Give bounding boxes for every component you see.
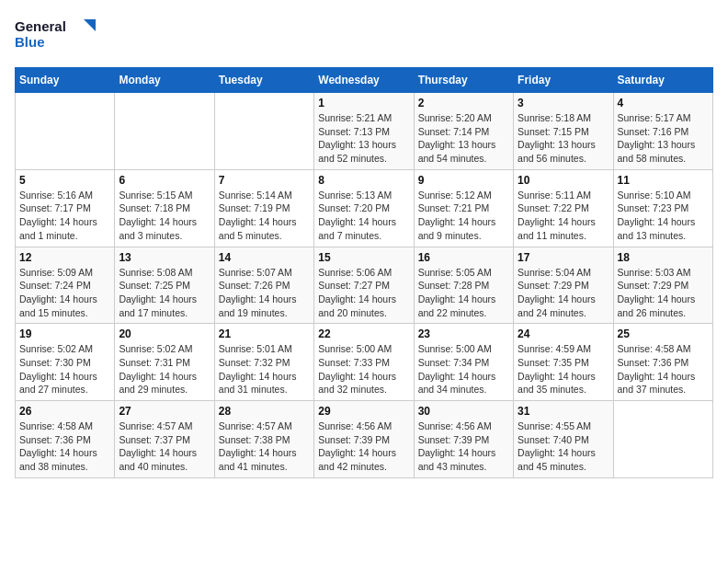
calendar-cell: 30Sunrise: 4:56 AMSunset: 7:39 PMDayligh… <box>414 401 513 478</box>
weekday-header-friday: Friday <box>514 68 613 93</box>
day-info: Sunrise: 5:05 AMSunset: 7:28 PMDaylight:… <box>418 266 509 320</box>
calendar-cell: 12Sunrise: 5:09 AMSunset: 7:24 PMDayligh… <box>16 247 115 324</box>
day-info: Sunrise: 5:01 AMSunset: 7:32 PMDaylight:… <box>219 342 310 396</box>
day-info: Sunrise: 5:14 AMSunset: 7:19 PMDaylight:… <box>219 189 310 243</box>
calendar-cell: 7Sunrise: 5:14 AMSunset: 7:19 PMDaylight… <box>214 169 313 247</box>
day-info: Sunrise: 5:00 AMSunset: 7:33 PMDaylight:… <box>318 342 409 396</box>
day-number: 24 <box>518 327 609 340</box>
day-number: 16 <box>418 251 509 264</box>
day-number: 30 <box>418 405 509 418</box>
day-info: Sunrise: 5:06 AMSunset: 7:27 PMDaylight:… <box>318 266 409 320</box>
day-number: 13 <box>119 251 210 264</box>
calendar-cell: 3Sunrise: 5:18 AMSunset: 7:15 PMDaylight… <box>514 93 613 170</box>
day-info: Sunrise: 5:16 AMSunset: 7:17 PMDaylight:… <box>19 189 110 243</box>
day-number: 6 <box>119 174 210 187</box>
calendar-cell <box>16 93 115 170</box>
calendar-cell: 24Sunrise: 4:59 AMSunset: 7:35 PMDayligh… <box>514 324 613 401</box>
day-info: Sunrise: 4:59 AMSunset: 7:35 PMDaylight:… <box>518 342 609 396</box>
calendar-cell: 11Sunrise: 5:10 AMSunset: 7:23 PMDayligh… <box>613 169 712 247</box>
weekday-header-row: SundayMondayTuesdayWednesdayThursdayFrid… <box>16 68 713 93</box>
calendar-cell: 29Sunrise: 4:56 AMSunset: 7:39 PMDayligh… <box>314 401 414 478</box>
weekday-header-wednesday: Wednesday <box>314 68 414 93</box>
day-info: Sunrise: 5:21 AMSunset: 7:13 PMDaylight:… <box>318 111 409 166</box>
day-info: Sunrise: 5:00 AMSunset: 7:34 PMDaylight:… <box>418 342 509 396</box>
day-info: Sunrise: 5:03 AMSunset: 7:29 PMDaylight:… <box>618 266 709 320</box>
day-number: 29 <box>318 405 409 418</box>
day-number: 17 <box>518 251 609 264</box>
day-info: Sunrise: 5:13 AMSunset: 7:20 PMDaylight:… <box>318 189 409 243</box>
calendar-cell: 28Sunrise: 4:57 AMSunset: 7:38 PMDayligh… <box>214 401 313 478</box>
weekday-header-sunday: Sunday <box>16 68 115 93</box>
calendar-cell: 21Sunrise: 5:01 AMSunset: 7:32 PMDayligh… <box>214 324 313 401</box>
day-number: 27 <box>119 405 210 418</box>
week-row-2: 5Sunrise: 5:16 AMSunset: 7:17 PMDaylight… <box>16 169 713 247</box>
day-number: 15 <box>318 251 409 264</box>
calendar-cell: 19Sunrise: 5:02 AMSunset: 7:30 PMDayligh… <box>16 324 115 401</box>
weekday-header-tuesday: Tuesday <box>214 68 313 93</box>
day-info: Sunrise: 5:12 AMSunset: 7:21 PMDaylight:… <box>418 189 509 243</box>
calendar-cell: 5Sunrise: 5:16 AMSunset: 7:17 PMDaylight… <box>16 169 115 247</box>
day-number: 12 <box>19 251 110 264</box>
calendar-cell: 14Sunrise: 5:07 AMSunset: 7:26 PMDayligh… <box>214 247 313 324</box>
page-header: General Blue <box>15 15 713 56</box>
day-info: Sunrise: 4:56 AMSunset: 7:39 PMDaylight:… <box>318 419 409 474</box>
day-number: 9 <box>418 174 509 187</box>
calendar-cell: 6Sunrise: 5:15 AMSunset: 7:18 PMDaylight… <box>115 169 214 247</box>
calendar-cell: 17Sunrise: 5:04 AMSunset: 7:29 PMDayligh… <box>514 247 613 324</box>
calendar-cell: 10Sunrise: 5:11 AMSunset: 7:22 PMDayligh… <box>514 169 613 247</box>
week-row-3: 12Sunrise: 5:09 AMSunset: 7:24 PMDayligh… <box>16 247 713 324</box>
svg-text:General: General <box>15 18 66 34</box>
logo: General Blue <box>15 15 97 56</box>
day-info: Sunrise: 5:02 AMSunset: 7:31 PMDaylight:… <box>119 342 210 396</box>
day-number: 11 <box>618 174 709 187</box>
day-number: 31 <box>518 405 609 418</box>
weekday-header-saturday: Saturday <box>613 68 712 93</box>
day-number: 4 <box>618 97 709 109</box>
day-number: 8 <box>318 174 409 187</box>
day-info: Sunrise: 4:57 AMSunset: 7:37 PMDaylight:… <box>119 419 210 474</box>
day-number: 25 <box>618 327 709 340</box>
calendar-cell: 20Sunrise: 5:02 AMSunset: 7:31 PMDayligh… <box>115 324 214 401</box>
calendar-cell: 4Sunrise: 5:17 AMSunset: 7:16 PMDaylight… <box>613 93 712 170</box>
day-number: 14 <box>219 251 310 264</box>
calendar-cell <box>214 93 313 170</box>
day-number: 19 <box>19 327 110 340</box>
calendar-cell: 25Sunrise: 4:58 AMSunset: 7:36 PMDayligh… <box>613 324 712 401</box>
day-number: 23 <box>418 327 509 340</box>
calendar-table: SundayMondayTuesdayWednesdayThursdayFrid… <box>15 67 713 478</box>
day-number: 21 <box>219 327 310 340</box>
calendar-cell: 9Sunrise: 5:12 AMSunset: 7:21 PMDaylight… <box>414 169 513 247</box>
day-info: Sunrise: 5:11 AMSunset: 7:22 PMDaylight:… <box>518 189 609 243</box>
day-number: 26 <box>19 405 110 418</box>
day-info: Sunrise: 4:58 AMSunset: 7:36 PMDaylight:… <box>618 342 709 396</box>
calendar-cell: 27Sunrise: 4:57 AMSunset: 7:37 PMDayligh… <box>115 401 214 478</box>
calendar-cell: 16Sunrise: 5:05 AMSunset: 7:28 PMDayligh… <box>414 247 513 324</box>
calendar-cell: 22Sunrise: 5:00 AMSunset: 7:33 PMDayligh… <box>314 324 414 401</box>
calendar-cell: 13Sunrise: 5:08 AMSunset: 7:25 PMDayligh… <box>115 247 214 324</box>
day-number: 28 <box>219 405 310 418</box>
calendar-cell: 2Sunrise: 5:20 AMSunset: 7:14 PMDaylight… <box>414 93 513 170</box>
day-info: Sunrise: 4:58 AMSunset: 7:36 PMDaylight:… <box>19 419 110 474</box>
day-number: 7 <box>219 174 310 187</box>
weekday-header-thursday: Thursday <box>414 68 513 93</box>
day-number: 18 <box>618 251 709 264</box>
day-info: Sunrise: 5:07 AMSunset: 7:26 PMDaylight:… <box>219 266 310 320</box>
week-row-1: 1Sunrise: 5:21 AMSunset: 7:13 PMDaylight… <box>16 93 713 170</box>
calendar-cell: 26Sunrise: 4:58 AMSunset: 7:36 PMDayligh… <box>16 401 115 478</box>
day-info: Sunrise: 5:08 AMSunset: 7:25 PMDaylight:… <box>119 266 210 320</box>
day-number: 2 <box>418 97 509 109</box>
day-info: Sunrise: 4:55 AMSunset: 7:40 PMDaylight:… <box>518 419 609 474</box>
day-info: Sunrise: 5:09 AMSunset: 7:24 PMDaylight:… <box>19 266 110 320</box>
day-number: 5 <box>19 174 110 187</box>
calendar-cell <box>613 401 712 478</box>
week-row-4: 19Sunrise: 5:02 AMSunset: 7:30 PMDayligh… <box>16 324 713 401</box>
day-number: 22 <box>318 327 409 340</box>
calendar-cell: 18Sunrise: 5:03 AMSunset: 7:29 PMDayligh… <box>613 247 712 324</box>
calendar-cell: 15Sunrise: 5:06 AMSunset: 7:27 PMDayligh… <box>314 247 414 324</box>
calendar-cell: 31Sunrise: 4:55 AMSunset: 7:40 PMDayligh… <box>514 401 613 478</box>
svg-marker-2 <box>84 19 96 31</box>
calendar-cell: 23Sunrise: 5:00 AMSunset: 7:34 PMDayligh… <box>414 324 513 401</box>
week-row-5: 26Sunrise: 4:58 AMSunset: 7:36 PMDayligh… <box>16 401 713 478</box>
day-info: Sunrise: 4:56 AMSunset: 7:39 PMDaylight:… <box>418 419 509 474</box>
day-info: Sunrise: 5:02 AMSunset: 7:30 PMDaylight:… <box>19 342 110 396</box>
